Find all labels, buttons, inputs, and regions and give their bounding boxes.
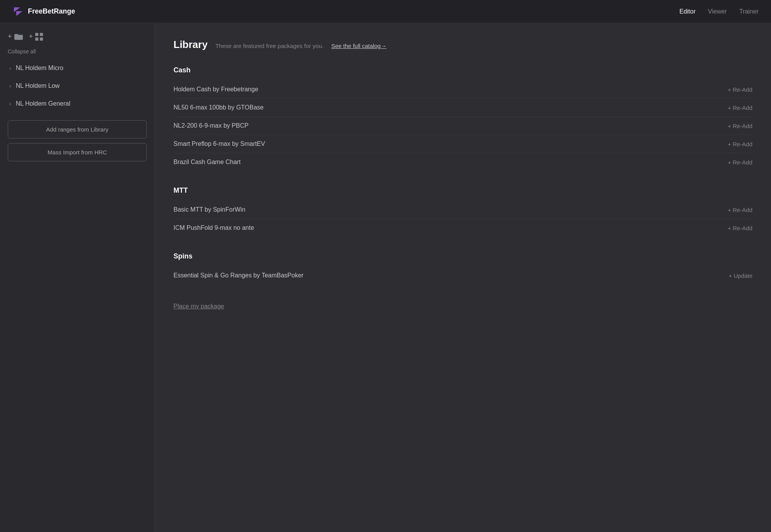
package-action[interactable]: + Update <box>729 272 752 279</box>
chevron-right-icon: › <box>9 83 11 89</box>
sidebar-item-label: NL Holdem Micro <box>16 65 64 72</box>
library-subtitle: These are featured free packages for you… <box>215 43 323 49</box>
section-cash: Cash Holdem Cash by Freebetrange + Re-Ad… <box>173 66 752 171</box>
mass-import-button[interactable]: Mass Import from HRC <box>8 143 147 161</box>
logo-icon <box>12 6 24 17</box>
top-navigation: FreeBetRange Editor Viewer Trainer <box>0 0 771 23</box>
package-name: Brazil Cash Game Chart <box>173 159 240 166</box>
sidebar-item-label: NL Holdem Low <box>16 82 60 89</box>
section-title-cash: Cash <box>173 66 752 74</box>
package-name: Essential Spin & Go Ranges by TeamBasPok… <box>173 272 304 279</box>
section-title-spins: Spins <box>173 252 752 260</box>
svg-rect-3 <box>40 33 43 36</box>
sidebar-item-label: NL Holdem General <box>16 100 70 107</box>
svg-rect-5 <box>40 38 43 41</box>
svg-marker-1 <box>16 11 22 16</box>
grid-icon <box>35 33 43 41</box>
app-title: FreeBetRange <box>28 7 75 15</box>
svg-rect-2 <box>35 33 38 36</box>
package-action[interactable]: + Re-Add <box>728 207 752 213</box>
package-row[interactable]: ICM PushFold 9-max no ante + Re-Add <box>173 219 752 237</box>
logo-area: FreeBetRange <box>12 6 75 17</box>
package-name: NL2-200 6-9-max by PBCP <box>173 122 249 129</box>
package-name: Holdem Cash by Freebetrange <box>173 86 258 93</box>
catalog-link[interactable]: See the full catalog→ <box>331 43 387 49</box>
package-name: NL50 6-max 100bb by GTOBase <box>173 104 264 111</box>
section-spins: Spins Essential Spin & Go Ranges by Team… <box>173 252 752 284</box>
content-area: Library These are featured free packages… <box>155 23 771 532</box>
add-folder-button[interactable]: + <box>8 33 23 41</box>
collapse-all[interactable]: Collapse all <box>8 48 147 55</box>
package-row[interactable]: NL2-200 6-9-max by PBCP + Re-Add <box>173 117 752 135</box>
svg-rect-4 <box>35 38 38 41</box>
place-package-link[interactable]: Place my package <box>173 303 224 310</box>
sidebar-item-nl-holdem-low[interactable]: › NL Holdem Low <box>8 77 147 95</box>
chevron-right-icon: › <box>9 101 11 107</box>
add-ranges-button[interactable]: Add ranges from Library <box>8 120 147 139</box>
nav-editor[interactable]: Editor <box>679 8 695 15</box>
nav-links: Editor Viewer Trainer <box>679 8 759 15</box>
package-action[interactable]: + Re-Add <box>728 159 752 166</box>
library-title: Library <box>173 39 208 51</box>
nav-trainer[interactable]: Trainer <box>739 8 759 15</box>
package-action[interactable]: + Re-Add <box>728 123 752 129</box>
package-row[interactable]: Holdem Cash by Freebetrange + Re-Add <box>173 80 752 99</box>
package-name: ICM PushFold 9-max no ante <box>173 224 254 231</box>
library-header: Library These are featured free packages… <box>173 39 752 51</box>
sidebar-buttons: Add ranges from Library Mass Import from… <box>8 120 147 161</box>
package-action[interactable]: + Re-Add <box>728 225 752 231</box>
package-row[interactable]: Smart Preflop 6-max by SmartEV + Re-Add <box>173 135 752 153</box>
add-grid-button[interactable]: + <box>29 33 43 41</box>
sidebar-toolbar: + + <box>8 33 147 41</box>
section-title-mtt: MTT <box>173 186 752 195</box>
chevron-right-icon: › <box>9 65 11 71</box>
sidebar-item-nl-holdem-general[interactable]: › NL Holdem General <box>8 95 147 113</box>
package-action[interactable]: + Re-Add <box>728 141 752 147</box>
package-action[interactable]: + Re-Add <box>728 104 752 111</box>
package-name: Smart Preflop 6-max by SmartEV <box>173 140 265 147</box>
main-layout: + + Collapse all › NL Holdem Micro <box>0 23 771 532</box>
section-mtt: MTT Basic MTT by SpinForWin + Re-Add ICM… <box>173 186 752 237</box>
folder-icon <box>14 33 23 40</box>
package-row[interactable]: Basic MTT by SpinForWin + Re-Add <box>173 201 752 219</box>
package-row-brazil[interactable]: Brazil Cash Game Chart + Re-Add <box>173 153 752 171</box>
package-action[interactable]: + Re-Add <box>728 86 752 93</box>
package-name: Basic MTT by SpinForWin <box>173 206 246 213</box>
sidebar: + + Collapse all › NL Holdem Micro <box>0 23 155 532</box>
package-row[interactable]: Essential Spin & Go Ranges by TeamBasPok… <box>173 267 752 284</box>
package-row[interactable]: NL50 6-max 100bb by GTOBase + Re-Add <box>173 99 752 117</box>
nav-viewer[interactable]: Viewer <box>708 8 727 15</box>
sidebar-item-nl-holdem-micro[interactable]: › NL Holdem Micro <box>8 59 147 77</box>
